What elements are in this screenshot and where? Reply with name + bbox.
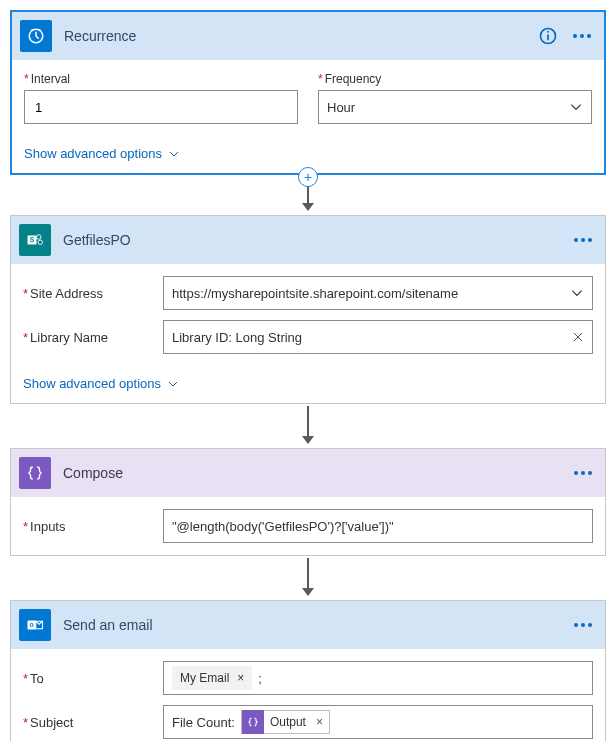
- svg-point-20: [588, 471, 592, 475]
- add-step-button[interactable]: +: [298, 167, 318, 187]
- library-name-input[interactable]: Library ID: Long String: [163, 320, 593, 354]
- library-name-label: Library Name: [23, 330, 163, 345]
- svg-point-13: [38, 240, 43, 245]
- ellipsis-icon[interactable]: [573, 470, 593, 476]
- compose-title: Compose: [63, 465, 573, 481]
- compose-inputs-field[interactable]: "@length(body('GetfilesPO')?['value'])": [163, 509, 593, 543]
- subject-field[interactable]: File Count: Output ×: [163, 705, 593, 739]
- svg-point-19: [581, 471, 585, 475]
- clear-icon[interactable]: [572, 331, 584, 343]
- subject-label: Subject: [23, 715, 163, 730]
- svg-point-18: [574, 471, 578, 475]
- recurrence-header[interactable]: Recurrence: [12, 12, 604, 60]
- recurrence-body: Interval Frequency Hour: [12, 60, 604, 136]
- compose-header[interactable]: Compose: [11, 449, 605, 497]
- frequency-label: Frequency: [318, 72, 592, 86]
- braces-icon: [242, 710, 264, 734]
- to-field[interactable]: My Email × ;: [163, 661, 593, 695]
- recurrence-card: Recurrence Interval Frequency Hour: [10, 10, 606, 175]
- advanced-options-link[interactable]: Show advanced options: [11, 366, 191, 403]
- interval-label: Interval: [24, 72, 298, 86]
- svg-text:S: S: [30, 236, 35, 243]
- svg-point-6: [573, 34, 577, 38]
- interval-input[interactable]: [24, 90, 298, 124]
- site-address-label: Site Address: [23, 286, 163, 301]
- compose-card: Compose Inputs "@length(body('GetfilesPO…: [10, 448, 606, 556]
- getfiles-header[interactable]: S GetfilesPO: [11, 216, 605, 264]
- getfiles-title: GetfilesPO: [63, 232, 573, 248]
- frequency-select[interactable]: Hour: [318, 90, 592, 124]
- chevron-down-icon: [570, 286, 584, 300]
- svg-point-2: [39, 29, 41, 31]
- svg-point-12: [37, 235, 42, 240]
- chevron-down-icon: [167, 378, 179, 390]
- info-icon[interactable]: [538, 26, 558, 46]
- svg-point-27: [588, 623, 592, 627]
- connector: [10, 406, 606, 446]
- braces-icon: [19, 457, 51, 489]
- send-email-title: Send an email: [63, 617, 573, 633]
- remove-token-icon[interactable]: ×: [316, 715, 323, 729]
- connector-add: +: [10, 177, 606, 213]
- connector: [10, 558, 606, 598]
- svg-text:o: o: [30, 621, 34, 628]
- getfiles-card: S GetfilesPO Site Address https://myshar…: [10, 215, 606, 404]
- svg-rect-4: [547, 34, 549, 40]
- svg-point-26: [581, 623, 585, 627]
- outlook-icon: o: [19, 609, 51, 641]
- clock-icon: [20, 20, 52, 52]
- svg-point-25: [574, 623, 578, 627]
- advanced-options-link[interactable]: Show advanced options: [12, 136, 192, 173]
- ellipsis-icon[interactable]: [572, 33, 592, 39]
- svg-point-14: [574, 238, 578, 242]
- chevron-down-icon: [168, 148, 180, 160]
- to-label: To: [23, 671, 163, 686]
- svg-point-1: [31, 29, 33, 31]
- chevron-down-icon: [569, 100, 583, 114]
- svg-point-7: [580, 34, 584, 38]
- ellipsis-icon[interactable]: [573, 237, 593, 243]
- recurrence-title: Recurrence: [64, 28, 538, 44]
- sharepoint-icon: S: [19, 224, 51, 256]
- compose-inputs-label: Inputs: [23, 519, 163, 534]
- output-token[interactable]: Output ×: [241, 710, 330, 734]
- svg-point-16: [588, 238, 592, 242]
- ellipsis-icon[interactable]: [573, 622, 593, 628]
- send-email-header[interactable]: o Send an email: [11, 601, 605, 649]
- svg-point-8: [587, 34, 591, 38]
- to-token[interactable]: My Email ×: [172, 666, 252, 690]
- svg-point-15: [581, 238, 585, 242]
- send-email-card: o Send an email To My Email × ; Subject …: [10, 600, 606, 741]
- remove-token-icon[interactable]: ×: [237, 671, 244, 685]
- svg-rect-5: [547, 31, 549, 33]
- site-address-select[interactable]: https://mysharepointsite.sharepoint.com/…: [163, 276, 593, 310]
